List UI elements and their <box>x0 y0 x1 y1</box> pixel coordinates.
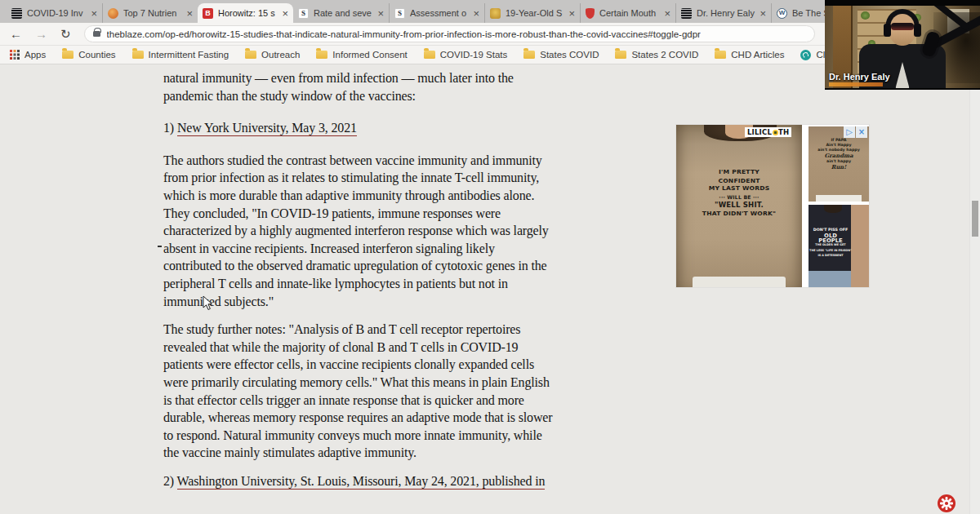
bookmark-label: Informed Consent <box>332 50 407 60</box>
apps-grid-icon <box>10 50 20 60</box>
headphone-cup <box>884 24 891 37</box>
folder-icon <box>615 51 626 59</box>
orange-favicon-icon <box>108 8 118 19</box>
webcam-banner-strip <box>829 82 883 86</box>
shield-favicon-icon <box>586 8 595 19</box>
bookmark-chd-articles[interactable]: CHD Articles <box>715 50 784 60</box>
tab-horowitz-15-studies[interactable]: B Horowitz: 15 s × <box>198 3 293 23</box>
tab-covid19-investigation[interactable]: COVID-19 Inv × <box>7 3 102 23</box>
slogan-line: I'M PRETTY <box>688 169 790 177</box>
tab-19-year-old[interactable]: 19-Year-Old S × <box>484 3 580 23</box>
page-scrollbar[interactable] <box>969 64 980 514</box>
tab-label: Rate and seve <box>314 8 374 18</box>
slogan-line: Run! <box>815 164 862 170</box>
bookmark-label: COVID-19 Stats <box>440 50 507 60</box>
article-paragraph-1: The authors studied the contrast between… <box>163 152 554 310</box>
webcam-overlay[interactable]: Dr. Henry Ealy <box>825 0 980 90</box>
bookmark-label: Intermittent Fasting <box>149 50 229 60</box>
refresh-button[interactable]: ↻ <box>60 28 71 40</box>
text-caret-mark <box>158 246 162 247</box>
tab-close-icon[interactable]: × <box>664 8 670 19</box>
study-number: 1) <box>163 121 174 135</box>
tab-label: 19-Year-Old S <box>506 8 565 18</box>
slogan-line: IS A DETERRENT <box>808 253 853 258</box>
brand-text-right: TH <box>778 128 789 136</box>
theblaze-favicon-icon: B <box>203 8 213 19</box>
adchoices-icon[interactable]: ▷ <box>844 126 855 138</box>
bookmark-covid19-stats[interactable]: COVID-19 Stats <box>424 50 507 60</box>
tab-close-icon[interactable]: × <box>186 8 193 19</box>
folder-icon <box>316 51 327 59</box>
model-hair <box>824 205 842 213</box>
undershirt-hem <box>693 277 786 287</box>
sweatshirt-slogan-3: DON'T PISS OFF OLD PEOPLE THE OLDER WE G… <box>808 228 853 258</box>
headphone-cup <box>914 24 921 37</box>
flag-favicon-icon <box>681 8 692 19</box>
bookmark-informed-consent[interactable]: Informed Consent <box>316 50 407 60</box>
mouse-cursor <box>203 295 213 314</box>
bookmark-apps[interactable]: Apps <box>10 50 46 60</box>
tab-close-icon[interactable]: × <box>377 8 384 19</box>
bookmark-counties[interactable]: Counties <box>62 50 115 60</box>
plant <box>861 11 870 20</box>
tab-label: COVID-19 Inv <box>27 8 87 18</box>
browser-window: COVID-19 Inv × Top 7 Nutrien × B Horowit… <box>0 0 980 514</box>
tab-assessment[interactable]: S Assessment o × <box>389 3 484 23</box>
bookmark-states-2-covid[interactable]: States 2 COVID <box>615 50 698 60</box>
article-paragraph-2: The study further notes: "Analysis of B … <box>163 321 554 462</box>
tab-label: Horowitz: 15 s <box>218 8 278 18</box>
wordpress-favicon-icon: W <box>777 8 787 19</box>
tab-close-icon[interactable]: × <box>91 8 97 19</box>
gdpr-settings-button[interactable] <box>938 494 956 512</box>
brand-text-left: LILICL <box>747 128 772 136</box>
study-link-nyu[interactable]: New York University, May 3, 2021 <box>177 121 357 136</box>
bookmark-label: Counties <box>78 50 115 60</box>
tab-close-icon[interactable]: × <box>568 8 575 19</box>
url-text[interactable]: theblaze.com/op-ed/horowitz-15-studies-t… <box>107 29 701 39</box>
forward-button[interactable]: → <box>35 28 47 40</box>
folder-icon <box>62 51 74 59</box>
bookmark-label: Apps <box>24 50 46 60</box>
amber-favicon-icon <box>490 8 501 19</box>
lilicloth-ad[interactable]: I'M PRETTY CONFIDENT MY LAST WORDS ··· W… <box>676 125 869 287</box>
folder-icon <box>523 51 535 59</box>
page-content: natural immunity — even from mild infect… <box>0 64 980 514</box>
ad-third-sweatshirt-image[interactable]: DON'T PISS OFF OLD PEOPLE THE OLDER WE G… <box>808 205 869 287</box>
bookmark-states-covid[interactable]: States COVID <box>523 50 599 60</box>
tab-close-icon[interactable]: × <box>473 8 479 19</box>
study-number: 2) <box>163 474 174 488</box>
slogan-line: ··· WILL BE ··· <box>688 193 790 202</box>
tab-close-icon[interactable]: × <box>760 8 766 19</box>
padlock-icon[interactable] <box>93 31 100 37</box>
lilicloth-brand-label: LILICLTH <box>745 127 791 137</box>
tab-top7-nutrients[interactable]: Top 7 Nutrien × <box>102 3 198 23</box>
study-heading-2: 2) Washington University, St. Louis, Mis… <box>163 472 554 490</box>
bookmark-label: States 2 COVID <box>631 50 698 60</box>
article-intro-text: natural immunity — even from mild infect… <box>163 69 554 104</box>
tab-certain-mouthwashes[interactable]: Certain Mouth × <box>580 3 675 23</box>
journal-favicon-icon: S <box>298 8 309 19</box>
tab-rate-and-severity[interactable]: S Rate and seve × <box>293 3 389 23</box>
folder-icon <box>715 51 726 59</box>
study-link-washu[interactable]: Washington University, St. Louis, Missou… <box>177 474 546 490</box>
tab-label: Assessment o <box>410 8 470 18</box>
bookmark-intermittent-fasting[interactable]: Intermittent Fasting <box>132 50 229 60</box>
bookmark-label: CHD Articles <box>731 50 784 60</box>
flag-favicon-icon <box>11 8 22 19</box>
webcam-name-label: Dr. Henry Ealy <box>829 72 890 82</box>
clackamas-site-icon <box>800 50 811 60</box>
ad-close-icon[interactable]: × <box>856 126 867 138</box>
slogan-line: THAT DIDN'T WORK" <box>688 209 790 217</box>
tab-label: Dr. Henry Ealy <box>697 8 756 18</box>
undershirt-hem <box>816 195 862 202</box>
slogan-line: CONFIDENT <box>688 177 790 185</box>
tab-dr-henry-ealy[interactable]: Dr. Henry Ealy × <box>675 3 771 23</box>
back-button[interactable]: ← <box>10 28 22 40</box>
bookmark-label: States COVID <box>540 50 599 60</box>
bookmark-outreach[interactable]: Outreach <box>245 50 300 60</box>
address-bar[interactable]: theblaze.com/op-ed/horowitz-15-studies-t… <box>84 25 815 42</box>
scrollbar-thumb[interactable] <box>972 201 978 237</box>
tab-close-icon[interactable]: × <box>282 8 288 19</box>
ad-main-sweatshirt-image[interactable]: I'M PRETTY CONFIDENT MY LAST WORDS ··· W… <box>676 125 802 287</box>
tab-label: Certain Mouth <box>599 8 661 18</box>
